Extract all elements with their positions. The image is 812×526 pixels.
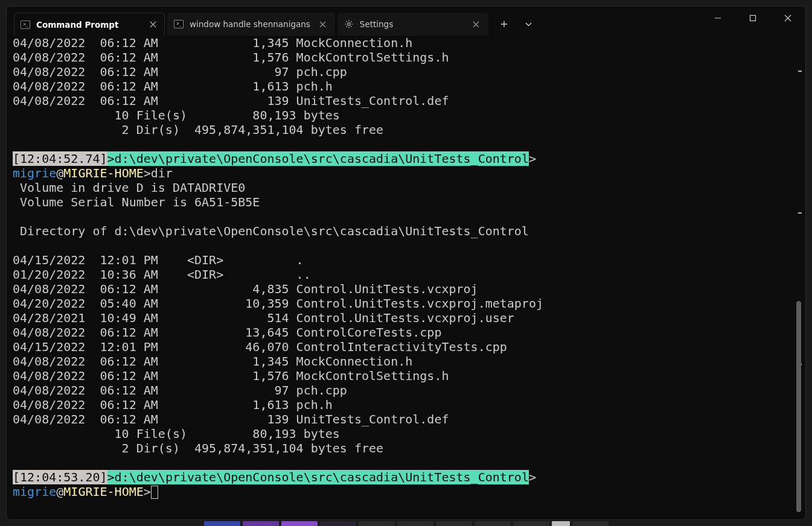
close-button[interactable]	[770, 7, 805, 30]
close-icon[interactable]	[316, 17, 330, 31]
terminal-window: >_ Command Prompt >_ window handle shenn…	[6, 6, 806, 520]
cmd-icon: >_	[21, 20, 30, 30]
title-bar: >_ Command Prompt >_ window handle shenn…	[7, 7, 805, 36]
cmd-icon: >_	[174, 19, 184, 29]
new-tab-button[interactable]	[491, 13, 517, 36]
tab-settings[interactable]: Settings	[337, 13, 488, 36]
svg-rect-1	[750, 16, 756, 21]
window-controls	[700, 7, 805, 30]
tab-cmd-prompt[interactable]: >_ Command Prompt	[14, 13, 165, 36]
scrollbar-thumb[interactable]	[796, 301, 801, 512]
close-icon[interactable]	[146, 18, 159, 31]
tab-title: Command Prompt	[36, 20, 140, 30]
minimize-button[interactable]	[700, 7, 735, 30]
maximize-button[interactable]	[735, 7, 770, 30]
terminal-content[interactable]: 04/08/2022 06:12 AM 1,345 MockConnection…	[13, 36, 805, 499]
tab-dropdown-button[interactable]	[517, 13, 540, 36]
tab-title: Settings	[360, 19, 464, 29]
terminal-body[interactable]: 04/08/2022 06:12 AM 1,345 MockConnection…	[7, 36, 805, 519]
gear-icon	[344, 19, 354, 29]
tab-row: >_ Command Prompt >_ window handle shenn…	[7, 7, 540, 36]
close-icon[interactable]	[470, 17, 483, 31]
tab-window-handle[interactable]: >_ window handle shennanigans	[167, 13, 335, 36]
svg-point-0	[348, 23, 350, 25]
taskbar	[0, 521, 812, 526]
scroll-marks	[796, 36, 802, 519]
tab-title: window handle shennanigans	[190, 19, 310, 29]
